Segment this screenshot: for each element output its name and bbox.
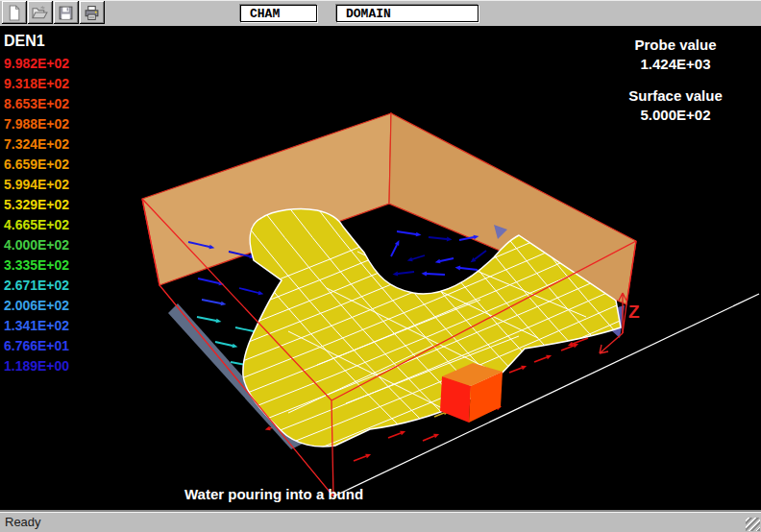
status-bar: Ready — [0, 512, 761, 532]
legend-item: 1.341E+02 — [4, 316, 69, 336]
legend-item: 5.994E+02 — [4, 175, 69, 195]
readouts: Probe value 1.424E+03 Surface value 5.00… — [591, 36, 760, 137]
probe-readout: Probe value 1.424E+03 — [591, 36, 760, 74]
axis-z-label: Z — [628, 302, 640, 322]
probe-value: 1.424E+03 — [591, 55, 760, 74]
legend-item: 9.982E+02 — [4, 54, 69, 74]
legend-item: 7.324E+02 — [4, 134, 69, 155]
probe-value-label: Probe value — [591, 36, 760, 55]
surface-value-label: Surface value — [591, 86, 760, 106]
legend-item: 4.665E+02 — [4, 215, 69, 235]
legend-item: 2.671E+02 — [4, 276, 69, 296]
plot-caption: Water pouring into a bund — [159, 486, 389, 502]
phoenics-viewer-window: { "toolbar": { "buttons": [ {"name": "ne… — [0, 0, 761, 532]
legend-item: 4.000E+02 — [4, 235, 69, 255]
legend-item: 7.988E+02 — [4, 114, 69, 134]
legend: DEN1 9.982E+029.318E+028.653E+027.988E+0… — [4, 33, 69, 376]
status-text: Ready — [5, 515, 41, 529]
legend-item: 8.653E+02 — [4, 94, 69, 114]
legend-title: DEN1 — [4, 33, 69, 54]
legend-item: 2.006E+02 — [4, 296, 69, 316]
legend-item: 3.335E+02 — [4, 255, 69, 276]
resize-grip[interactable] — [746, 518, 760, 531]
legend-item: 5.329E+02 — [4, 195, 69, 215]
surface-value: 5.000E+02 — [591, 106, 760, 125]
legend-item: 6.766E+01 — [4, 336, 69, 356]
legend-item: 9.318E+02 — [4, 74, 69, 94]
legend-item: 6.659E+02 — [4, 155, 69, 175]
legend-items: 9.982E+029.318E+028.653E+027.988E+027.32… — [4, 54, 69, 376]
legend-item: 1.189E+00 — [4, 356, 69, 376]
surface-readout: Surface value 5.000E+02 — [591, 86, 760, 125]
